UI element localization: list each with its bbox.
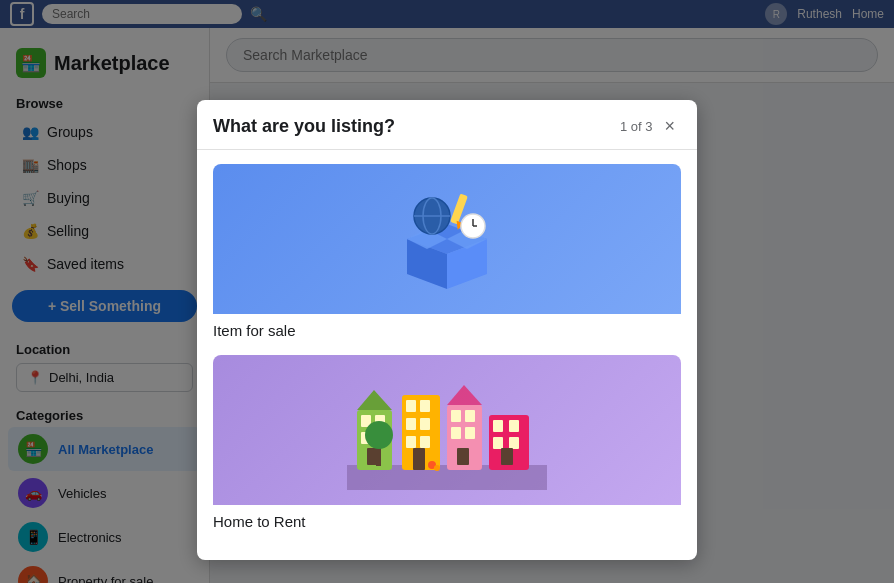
svg-rect-49: [376, 448, 381, 466]
modal-header: What are you listing? 1 of 3 ×: [197, 100, 697, 150]
home-to-rent-image: [213, 355, 681, 505]
item-for-sale-image: [213, 164, 681, 314]
svg-rect-41: [457, 448, 469, 465]
modal-step-label: 1 of 3: [620, 119, 653, 134]
svg-rect-37: [451, 410, 461, 422]
listing-type-home-to-rent[interactable]: Home to Rent: [213, 355, 681, 534]
svg-rect-40: [465, 427, 475, 439]
svg-rect-33: [406, 436, 416, 448]
modal-step: 1 of 3 ×: [620, 114, 681, 139]
listing-type-item-for-sale[interactable]: Item for sale: [213, 164, 681, 343]
svg-rect-35: [413, 448, 425, 470]
svg-rect-46: [493, 437, 503, 449]
svg-rect-47: [509, 437, 519, 449]
modal-what-are-you-listing: What are you listing? 1 of 3 ×: [197, 100, 697, 560]
svg-rect-44: [493, 420, 503, 432]
modal-body: Item for sale: [197, 150, 697, 560]
svg-marker-27: [357, 390, 392, 410]
svg-rect-30: [420, 400, 430, 412]
svg-rect-38: [465, 410, 475, 422]
home-to-rent-label: Home to Rent: [213, 505, 681, 534]
svg-rect-48: [501, 448, 513, 465]
svg-rect-45: [509, 420, 519, 432]
svg-point-52: [434, 465, 440, 471]
modal-close-button[interactable]: ×: [658, 114, 681, 139]
modal-overlay[interactable]: What are you listing? 1 of 3 ×: [0, 0, 894, 583]
svg-rect-32: [420, 418, 430, 430]
svg-rect-34: [420, 436, 430, 448]
svg-marker-42: [447, 385, 482, 405]
svg-rect-31: [406, 418, 416, 430]
item-for-sale-label: Item for sale: [213, 314, 681, 343]
svg-rect-39: [451, 427, 461, 439]
svg-point-50: [365, 421, 393, 449]
svg-rect-29: [406, 400, 416, 412]
modal-title: What are you listing?: [213, 116, 395, 137]
